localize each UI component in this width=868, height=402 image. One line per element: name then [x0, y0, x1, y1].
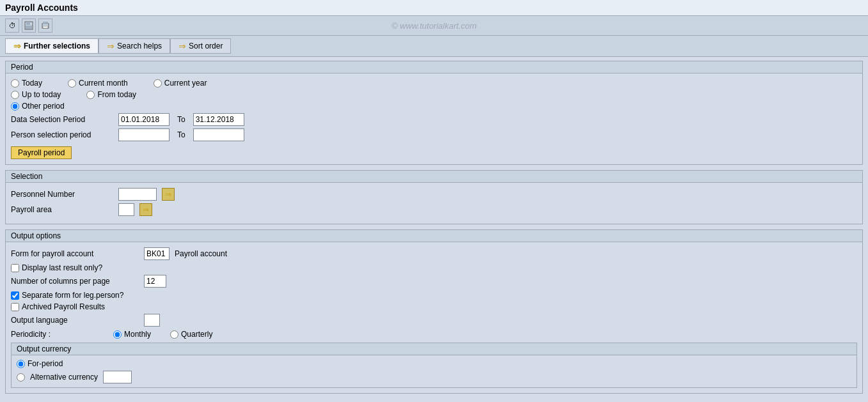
radio-up-to-today: Up to today [11, 90, 61, 99]
tab-search-helps[interactable]: ⇒ Search helps [99, 38, 170, 54]
data-selection-to-label: To [177, 115, 185, 124]
radio-monthly-label: Monthly [124, 330, 151, 339]
output-currency-section: Output currency For-period Alternative c… [11, 343, 857, 388]
periodicity-label: Periodicity : [11, 330, 94, 339]
output-options-title: Output options [6, 230, 862, 242]
payroll-area-row: Payroll area ⇒ [11, 203, 857, 216]
personnel-number-row: Personnel Number ⇒ [11, 188, 857, 201]
svg-rect-1 [26, 22, 30, 25]
personnel-number-match-icon[interactable]: ⇒ [162, 188, 175, 201]
radio-alternative-currency-input[interactable] [17, 373, 25, 382]
tab-further-selections[interactable]: ⇒ Further selections [5, 38, 99, 54]
output-language-input[interactable] [144, 314, 160, 327]
output-language-row: Output language [11, 314, 857, 327]
person-selection-from-input[interactable] [118, 128, 170, 141]
payroll-area-match-icon[interactable]: ⇒ [139, 203, 152, 216]
form-payroll-account-desc: Payroll account [175, 249, 227, 258]
clock-icon[interactable]: ⏱ [5, 19, 19, 33]
data-selection-period-row: Data Selection Period To [11, 113, 857, 126]
svg-rect-4 [43, 22, 48, 24]
radio-current-month-label: Current month [79, 79, 128, 88]
radio-other-period-input[interactable] [11, 102, 19, 111]
radio-from-today: From today [86, 90, 136, 99]
save-icon[interactable] [22, 19, 36, 33]
display-last-result-label: Display last result only? [22, 263, 102, 272]
person-selection-to-label: To [177, 130, 185, 139]
watermark: © www.tutorialkart.com [391, 21, 477, 31]
output-currency-title: Output currency [12, 343, 856, 355]
tab-arrow-icon: ⇒ [13, 41, 21, 51]
radio-row-2: Up to today From today [11, 90, 857, 99]
output-options-content: Form for payroll account Payroll account… [6, 242, 862, 393]
selection-section-title: Selection [6, 171, 862, 183]
period-section-title: Period [6, 61, 862, 73]
output-options-section: Output options Form for payroll account … [5, 229, 863, 394]
archived-payroll-row: Archived Payroll Results [11, 302, 857, 311]
form-payroll-account-input[interactable] [144, 247, 170, 260]
page-title: Payroll Accounts [5, 3, 78, 13]
output-currency-content: For-period Alternative currency [12, 355, 856, 387]
alternative-currency-input[interactable] [103, 371, 132, 383]
radio-current-year-input[interactable] [154, 79, 162, 88]
archived-payroll-label: Archived Payroll Results [22, 302, 105, 311]
radio-monthly: Monthly [113, 330, 151, 339]
radio-from-today-label: From today [97, 90, 136, 99]
radio-current-month-input[interactable] [68, 79, 76, 88]
display-last-result-checkbox[interactable] [11, 264, 19, 272]
radio-from-today-input[interactable] [86, 91, 95, 99]
output-language-label: Output language [11, 316, 139, 325]
columns-per-page-label: Number of columns per page [11, 277, 139, 286]
columns-per-page-input[interactable] [144, 275, 166, 288]
separate-form-label: Separate form for leg.person? [22, 291, 123, 300]
title-bar: Payroll Accounts [0, 0, 868, 16]
radio-row-3: Other period [11, 102, 857, 111]
radio-up-to-today-input[interactable] [11, 91, 19, 99]
data-selection-label: Data Selection Period [11, 115, 113, 124]
print-icon[interactable] [38, 19, 52, 33]
person-selection-period-row: Person selection period To [11, 128, 857, 141]
separate-form-checkbox[interactable] [11, 291, 19, 300]
archived-payroll-checkbox[interactable] [11, 303, 19, 311]
tab-sort-order[interactable]: ⇒ Sort order [170, 38, 231, 54]
form-payroll-account-row: Form for payroll account Payroll account [11, 247, 857, 260]
svg-rect-5 [43, 26, 48, 28]
personnel-number-label: Personnel Number [11, 190, 113, 199]
tab-arrow-icon3: ⇒ [178, 41, 186, 51]
tab-bar: ⇒ Further selections ⇒ Search helps ⇒ So… [0, 36, 868, 57]
period-section-content: Today Current month Current year Up to t… [6, 73, 862, 164]
radio-current-year: Current year [154, 79, 207, 88]
data-selection-to-input[interactable] [193, 113, 244, 126]
separate-form-row: Separate form for leg.person? [11, 291, 857, 300]
radio-for-period-label: For-period [28, 359, 63, 368]
person-selection-to-input[interactable] [193, 128, 244, 141]
periodicity-row: Periodicity : Monthly Quarterly [11, 330, 857, 339]
radio-today-input[interactable] [11, 79, 19, 88]
data-selection-from-input[interactable] [118, 113, 170, 126]
radio-quarterly-label: Quarterly [181, 330, 212, 339]
radio-row-1: Today Current month Current year [11, 79, 857, 88]
payroll-area-label: Payroll area [11, 205, 113, 214]
radio-current-year-label: Current year [164, 79, 207, 88]
svg-rect-2 [26, 26, 32, 29]
display-last-result-row: Display last result only? [11, 263, 857, 272]
radio-monthly-input[interactable] [113, 330, 122, 339]
radio-current-month: Current month [68, 79, 128, 88]
payroll-area-input[interactable] [118, 203, 134, 216]
radio-today: Today [11, 79, 42, 88]
radio-quarterly-input[interactable] [170, 330, 178, 339]
radio-alternative-currency: Alternative currency [17, 371, 851, 383]
radio-today-label: Today [22, 79, 42, 88]
radio-alternative-currency-label: Alternative currency [30, 373, 98, 382]
selection-section: Selection Personnel Number ⇒ Payroll are… [5, 170, 863, 224]
columns-per-page-row: Number of columns per page [11, 275, 857, 288]
payroll-period-button[interactable]: Payroll period [11, 146, 72, 159]
tab-arrow-icon2: ⇒ [107, 41, 114, 51]
period-section: Period Today Current month Current year [5, 61, 863, 165]
radio-up-to-today-label: Up to today [22, 90, 61, 99]
radio-quarterly: Quarterly [170, 330, 212, 339]
person-selection-label: Person selection period [11, 130, 113, 139]
radio-other-period: Other period [11, 102, 65, 111]
personnel-number-input[interactable] [118, 188, 157, 201]
radio-for-period-input[interactable] [17, 360, 25, 368]
selection-section-content: Personnel Number ⇒ Payroll area ⇒ [6, 183, 862, 224]
